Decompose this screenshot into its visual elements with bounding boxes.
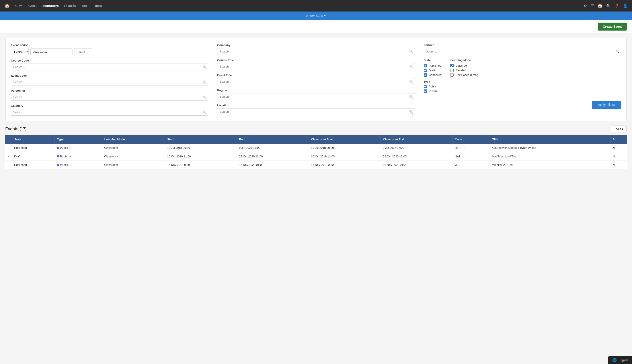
personnel-input[interactable] — [11, 94, 208, 100]
row-start: 10 Oct 2019 11:00 — [165, 152, 237, 161]
state-published-label[interactable]: Published — [424, 64, 442, 67]
course-code-group: Course Code 🔍 — [11, 59, 208, 70]
event-period-select[interactable]: Future Past All — [11, 48, 29, 55]
region-input[interactable] — [217, 93, 415, 100]
col-title[interactable]: Title — [490, 135, 610, 144]
lm-blended-label[interactable]: Blended — [450, 69, 478, 72]
toolbar: Create Event — [0, 20, 632, 34]
category-input[interactable] — [11, 109, 208, 116]
category-label: Category — [11, 104, 208, 108]
nav-financial[interactable]: Financial — [64, 3, 77, 8]
settings-icon[interactable]: ⚙ — [584, 4, 587, 8]
type-expand-arrow[interactable]: ▶ — [70, 146, 71, 149]
row-s: N — [610, 161, 627, 170]
type-text: Public — [60, 163, 68, 166]
event-period-label: Event Period — [11, 44, 208, 47]
event-title-wrap: 🔍 — [217, 78, 415, 85]
col-code[interactable]: Code — [453, 135, 490, 144]
search-icon[interactable]: 🔍 — [606, 4, 611, 8]
nav-events[interactable]: Events — [28, 3, 37, 8]
apply-filters-button[interactable]: Apply Filters — [592, 101, 621, 109]
row-code: NAT — [453, 152, 490, 161]
nav-crm[interactable]: CRM — [15, 3, 22, 8]
event-code-input[interactable] — [11, 78, 208, 86]
lm-selfpaced-checkbox[interactable] — [450, 73, 454, 76]
col-type[interactable]: Type — [55, 135, 102, 144]
company-input[interactable] — [217, 48, 415, 55]
col-learning-mode[interactable]: Learning Mode — [102, 135, 165, 144]
row-expand[interactable]: ✓ — [5, 144, 12, 152]
row-type: Public ▶ — [55, 161, 102, 170]
row-start: 15 Nov 2019 00:00 — [165, 161, 237, 170]
tools-button[interactable]: Tools ▾ — [611, 126, 627, 132]
user-icon[interactable]: 👤 — [623, 4, 627, 8]
list-icon[interactable]: ☰ — [591, 4, 594, 8]
type-private-checkbox[interactable] — [424, 90, 427, 93]
lm-classroom-checkbox[interactable] — [450, 64, 454, 67]
table-row[interactable]: ✓ Published Public ▶ Classroom 15 Nov 20… — [5, 161, 627, 170]
type-expand-arrow[interactable]: ▶ — [70, 164, 71, 166]
row-expand[interactable]: ✓ — [5, 161, 12, 170]
table-row[interactable]: ✓ Published Public ▶ Classroom 19 Jul 20… — [5, 144, 627, 152]
lm-blended-checkbox[interactable] — [450, 69, 454, 72]
event-title-input[interactable] — [217, 78, 415, 85]
row-end: 16 Nov 2020 01:00 — [237, 161, 309, 170]
row-title: Nat Test - Loki Test — [490, 152, 610, 161]
state-draft-checkbox[interactable] — [424, 69, 427, 72]
state-draft-label[interactable]: Draft — [424, 69, 442, 72]
company-wrap: 🔍 — [217, 48, 415, 55]
col-s[interactable]: S — [610, 135, 627, 144]
col-start[interactable]: Start ↑ — [165, 135, 237, 144]
location-wrap: 🔍 — [217, 108, 415, 115]
state-cancelled-label[interactable]: Cancelled — [424, 73, 442, 76]
event-period-placeholder[interactable] — [74, 48, 92, 55]
state-published-checkbox[interactable] — [424, 64, 427, 67]
row-start: 19 Jul 2018 09:00 — [165, 144, 237, 152]
nav-team[interactable]: Team — [82, 3, 89, 8]
home-icon[interactable]: 🏠 — [5, 3, 10, 8]
course-title-group: Course Title 🔍 — [217, 58, 415, 70]
type-text: Public — [60, 146, 68, 150]
event-title-group: Event Title 🔍 — [217, 74, 415, 85]
state-checkboxes: Published Draft Cancelled — [424, 64, 442, 76]
type-public-label[interactable]: Public — [424, 85, 621, 88]
col-classroom-end[interactable]: Classroom End — [381, 135, 453, 144]
col-end[interactable]: End — [237, 135, 309, 144]
row-title: Course with Default Private Prices — [490, 144, 610, 152]
type-dot — [57, 164, 59, 166]
calendar-icon[interactable]: 📅 — [598, 4, 602, 8]
lm-classroom-label[interactable]: Classroom — [450, 64, 478, 67]
location-label: Location — [217, 104, 415, 107]
row-expand[interactable]: ✓ — [5, 152, 12, 161]
filter-actions: Apply Filters — [424, 101, 621, 109]
partner-input[interactable] — [424, 48, 621, 55]
nav-tools[interactable]: Tools — [95, 3, 102, 8]
event-period-date[interactable] — [30, 48, 73, 55]
help-icon[interactable]: ❓ — [615, 4, 619, 8]
event-period-group: Event Period Future Past All — [11, 44, 208, 55]
row-classroom-end: 16 Nov 2020 01:00 — [381, 161, 453, 170]
table-header-row: State Type Learning Mode Start ↑ End Cla… — [5, 135, 627, 144]
personnel-label: Personnel — [11, 89, 208, 92]
state-cancelled-checkbox[interactable] — [424, 73, 427, 76]
course-title-input[interactable] — [217, 63, 415, 70]
type-expand-arrow[interactable]: ▶ — [70, 155, 71, 158]
type-private-label[interactable]: Private — [424, 90, 621, 93]
course-code-label: Course Code — [11, 59, 208, 62]
table-row[interactable]: ✓ Draft Public ▶ Classroom 10 Oct 2019 1… — [5, 152, 627, 161]
row-learning-mode: Classroom — [102, 144, 165, 152]
stats-bar[interactable]: Show Stats ▾ — [0, 12, 632, 20]
type-public-checkbox[interactable] — [424, 85, 427, 88]
course-code-input[interactable] — [11, 64, 208, 70]
create-event-button[interactable]: Create Event — [598, 22, 627, 30]
period-row: Future Past All — [11, 48, 208, 55]
col-state[interactable]: State — [12, 135, 55, 144]
row-type: Public ▶ — [55, 152, 102, 161]
row-classroom-end: 29 Oct 2020 12:00 — [381, 152, 453, 161]
nav-links: CRM Events Instructors Financial Team To… — [15, 3, 584, 8]
lm-selfpaced-label[interactable]: Self Paced (LMS) — [450, 73, 478, 76]
col-classroom-start[interactable]: Classroom Start — [309, 135, 381, 144]
location-input[interactable] — [217, 108, 415, 115]
row-s: N — [610, 144, 627, 152]
nav-instructors[interactable]: Instructors — [43, 3, 59, 8]
